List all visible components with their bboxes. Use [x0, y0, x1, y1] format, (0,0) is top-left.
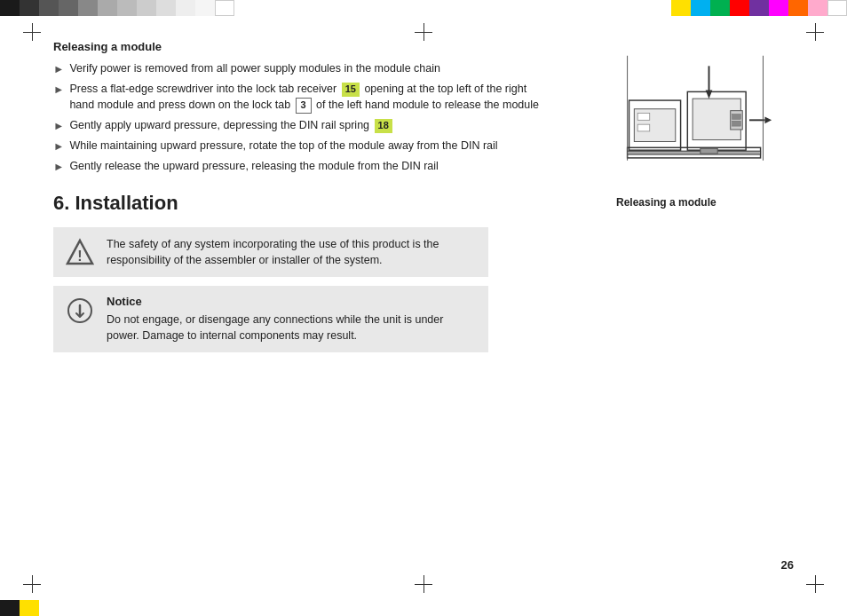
bullet-item-5: ► Gently release the upward pressure, re… [53, 158, 550, 175]
notice-text: Do not engage, or disengage any connecti… [107, 312, 478, 344]
crosshair-top-right [806, 23, 824, 41]
bullet-arrow-1: ► [53, 61, 64, 77]
svg-marker-15 [764, 116, 772, 123]
bottom-left-swatches [0, 600, 20, 616]
svg-rect-4 [628, 151, 761, 154]
bullet-item-1: ► Verify power is removed from all power… [53, 60, 550, 77]
page-number: 26 [781, 558, 794, 572]
badge-3: 3 [296, 98, 312, 114]
bullet-arrow-5: ► [53, 159, 64, 175]
main-content: Releasing a module ► Verify power is rem… [53, 40, 794, 580]
bottom-right-swatches [20, 600, 39, 616]
crosshair-bottom-right [806, 575, 824, 593]
svg-marker-17 [706, 90, 713, 99]
bullet-text-1: Verify power is removed from all power s… [69, 60, 440, 76]
svg-rect-7 [637, 114, 650, 121]
left-column: Releasing a module ► Verify power is rem… [53, 40, 550, 361]
bullet-item-4: ► While maintaining upward pressure, rot… [53, 138, 550, 154]
notice-inner: Notice Do not engage, or disengage any c… [64, 295, 478, 344]
badge-15: 15 [342, 83, 360, 97]
bullet-text-2: Press a flat-edge screwdriver into the l… [69, 81, 550, 114]
din-rail-image [616, 49, 776, 191]
notice-text-block: Notice Do not engage, or disengage any c… [107, 295, 478, 344]
notice-icon [64, 295, 96, 327]
bullet-item-2: ► Press a flat-edge screwdriver into the… [53, 81, 550, 114]
crosshair-bottom-left [23, 575, 41, 593]
svg-rect-8 [637, 124, 650, 131]
svg-rect-11 [731, 111, 743, 130]
installation-heading: 6. Installation [53, 192, 550, 215]
bullet-text-5: Gently release the upward pressure, rele… [69, 158, 438, 174]
crosshair-top-center [415, 23, 432, 41]
notice-box: Notice Do not engage, or disengage any c… [53, 286, 488, 352]
warning-icon: ! [64, 236, 96, 268]
notice-title: Notice [107, 295, 478, 308]
safety-notice-box: ! The safety of any system incorporating… [53, 227, 488, 277]
releasing-module-title: Releasing a module [53, 40, 550, 53]
image-caption: Releasing a module [616, 196, 794, 209]
bullet-arrow-3: ► [53, 118, 64, 134]
top-right-swatches [671, 0, 847, 16]
svg-rect-18 [701, 148, 717, 154]
safety-notice-text: The safety of any system incorporating t… [107, 236, 478, 268]
bullet-text-4: While maintaining upward pressure, rotat… [69, 138, 497, 154]
right-column: Releasing a module [616, 40, 794, 209]
svg-text:!: ! [77, 249, 82, 264]
badge-18: 18 [375, 119, 392, 133]
top-left-swatches [0, 0, 249, 16]
svg-rect-13 [732, 121, 741, 126]
svg-rect-12 [732, 115, 741, 120]
color-bar-top [0, 0, 847, 16]
bullet-item-3: ► Gently apply upward pressure, depressi… [53, 117, 550, 134]
bullet-text-3: Gently apply upward pressure, depressing… [69, 117, 393, 133]
bullet-list: ► Verify power is removed from all power… [53, 60, 550, 176]
bullet-arrow-4: ► [53, 138, 64, 154]
crosshair-top-left [23, 23, 41, 41]
bullet-arrow-2: ► [53, 82, 64, 98]
din-illustration-svg [616, 49, 776, 182]
color-bar-bottom [0, 600, 847, 616]
